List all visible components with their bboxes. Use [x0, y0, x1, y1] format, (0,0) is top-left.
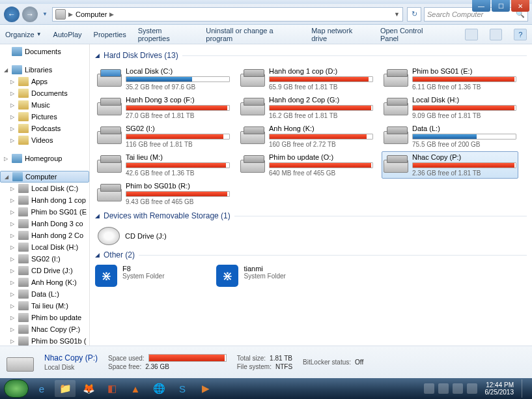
- view-button[interactable]: [465, 29, 478, 40]
- drive-name: Phim bo SG01b (R:): [126, 182, 230, 190]
- drive-item[interactable]: SG02 (I:)116 GB free of 1.81 TB: [95, 123, 232, 150]
- tree-drive-item[interactable]: ▷CD Drive (J:): [0, 265, 89, 276]
- details-title: Nhac Copy (P:): [44, 353, 98, 362]
- tree-lib-item[interactable]: ▷Videos: [0, 134, 89, 146]
- tree-drive-item[interactable]: ▷Hanh Dong 3 co: [0, 218, 89, 229]
- drive-item[interactable]: Local Disk (C:)35.2 GB free of 97.6 GB: [95, 65, 232, 93]
- other-sub: System Folder: [244, 273, 285, 280]
- drive-name: Anh Hong (K:): [269, 125, 373, 132]
- collapse-icon[interactable]: ◢: [95, 252, 100, 258]
- group-hdd[interactable]: ◢ Hard Disk Drives (13): [95, 51, 527, 60]
- tray-network-icon[interactable]: [453, 383, 463, 394]
- tree-computer[interactable]: ◢Computer: [0, 171, 89, 183]
- address-dropdown-icon[interactable]: ▼: [394, 11, 400, 18]
- tree-drive-item[interactable]: ▷Phim bo SG01 (E: [0, 206, 89, 218]
- tree-drive-item[interactable]: ▷Local Disk (C:): [0, 183, 89, 194]
- drive-item[interactable]: Hanh Dong 3 cop (F:)27.0 GB free of 1.81…: [95, 94, 232, 121]
- drive-name: Nhac Copy (P:): [412, 153, 516, 161]
- minimize-button[interactable]: —: [472, 0, 490, 12]
- tree-drive-item[interactable]: ▷Hanh dong 2 Co: [0, 229, 89, 241]
- drive-item[interactable]: Tai lieu (M:)42.6 GB free of 1.36 TB: [95, 151, 232, 179]
- drive-item[interactable]: Local Disk (H:)9.09 GB free of 1.81 TB: [382, 94, 518, 121]
- tray-flag-icon[interactable]: [438, 383, 449, 394]
- tree-drive-item[interactable]: ▷Tai lieu (M:): [0, 300, 89, 312]
- drive-space-bar: [269, 105, 373, 111]
- drive-item[interactable]: Nhac Copy (P:)2.36 GB free of 1.81 TB: [382, 151, 518, 179]
- drive-name: Local Disk (H:): [412, 96, 516, 104]
- other-item[interactable]: ⋇F8System Folder: [95, 265, 164, 287]
- organize-button[interactable]: Organize▼: [5, 31, 42, 38]
- address-bar[interactable]: ▶ Computer ▶ ▼: [52, 7, 403, 22]
- taskbar-ie-icon[interactable]: e: [31, 380, 52, 397]
- collapse-icon[interactable]: ◢: [95, 213, 100, 219]
- tree-drive-item[interactable]: ▷Phim bo update: [0, 312, 89, 323]
- autoplay-button[interactable]: AutoPlay: [53, 31, 82, 38]
- show-desktop-button[interactable]: [522, 379, 528, 398]
- tree-documents[interactable]: Documents: [0, 46, 89, 57]
- drive-free-text: 16.2 GB free of 1.81 TB: [269, 112, 373, 119]
- start-button[interactable]: [4, 379, 29, 398]
- system-properties-button[interactable]: System properties: [138, 27, 195, 42]
- tree-drive-item[interactable]: ▷Nhac Copy (P:): [0, 323, 89, 335]
- drive-item[interactable]: Anh Hong (K:)160 GB free of 2.72 TB: [238, 123, 375, 150]
- breadcrumb-location[interactable]: Computer: [76, 10, 107, 18]
- drive-item[interactable]: Phim bo SG01b (R:)9.43 GB free of 465 GB: [95, 180, 232, 207]
- clock[interactable]: 12:44 PM 6/25/2013: [481, 381, 518, 396]
- breadcrumb-sep[interactable]: ▶: [109, 11, 114, 18]
- tree-lib-item[interactable]: ▷Apps: [0, 76, 89, 87]
- drive-icon: [97, 97, 122, 117]
- collapse-icon[interactable]: ◢: [95, 52, 100, 59]
- drive-item[interactable]: Phim bo SG01 (E:)6.11 GB free of 1.36 TB: [382, 65, 518, 93]
- tree-lib-item[interactable]: ▷Music: [0, 99, 89, 111]
- drive-name: Hanh Dong 3 cop (F:): [126, 96, 230, 104]
- forward-button[interactable]: →: [22, 7, 38, 22]
- tree-lib-item[interactable]: ▷Documents: [0, 87, 89, 99]
- map-drive-button[interactable]: Map network drive: [311, 27, 369, 42]
- drive-item[interactable]: Hanh dong 2 Cop (G:)16.2 GB free of 1.81…: [238, 94, 375, 121]
- drive-space-bar: [126, 191, 230, 197]
- taskbar-chrome-icon[interactable]: 🌐: [148, 380, 169, 397]
- drive-free-text: 2.36 GB free of 1.81 TB: [412, 170, 516, 177]
- preview-pane-button[interactable]: [490, 29, 503, 40]
- tray-up-icon[interactable]: [424, 383, 434, 394]
- drive-icon: [384, 126, 408, 145]
- taskbar-explorer-icon[interactable]: 📁: [55, 380, 76, 397]
- tree-lib-item[interactable]: ▷Podcasts: [0, 123, 89, 134]
- back-button[interactable]: ←: [4, 7, 20, 22]
- content-area: ◢ Hard Disk Drives (13) Local Disk (C:)3…: [90, 44, 532, 346]
- tree-drive-item[interactable]: ▷Phim bo SG01b (: [0, 335, 89, 346]
- close-button[interactable]: ✕: [511, 0, 529, 12]
- control-panel-button[interactable]: Open Control Panel: [380, 27, 441, 42]
- tree-homegroup[interactable]: ▷Homegroup: [0, 153, 89, 164]
- tray-volume-icon[interactable]: [467, 383, 477, 394]
- tree-drive-item[interactable]: ▷Data (L:): [0, 288, 89, 300]
- uninstall-button[interactable]: Uninstall or change a program: [206, 27, 300, 42]
- other-item[interactable]: ⋇tianmiSystem Folder: [216, 265, 285, 287]
- group-other[interactable]: ◢ Other (2): [95, 250, 527, 259]
- history-dropdown[interactable]: ▼: [40, 8, 49, 21]
- tree-drive-item[interactable]: ▷SG02 (I:): [0, 253, 89, 265]
- taskbar-firefox-icon[interactable]: 🦊: [78, 380, 99, 397]
- group-removable[interactable]: ◢ Devices with Removable Storage (1): [95, 211, 527, 220]
- taskbar-app-icon[interactable]: ◧: [102, 380, 122, 397]
- tree-libraries[interactable]: ◢Libraries: [0, 64, 89, 76]
- drive-space-bar: [269, 134, 373, 140]
- taskbar-vlc-icon[interactable]: ▲: [125, 380, 146, 397]
- tree-drive-item[interactable]: ▷Hanh dong 1 cop: [0, 194, 89, 206]
- system-tray[interactable]: 12:44 PM 6/25/2013: [424, 379, 529, 398]
- tree-drive-item[interactable]: ▷Anh Hong (K:): [0, 276, 89, 288]
- drive-free-text: 160 GB free of 2.72 TB: [269, 141, 373, 148]
- command-bar: Organize▼ AutoPlay Properties System pro…: [0, 25, 532, 44]
- drive-item[interactable]: Data (L:)75.5 GB free of 200 GB: [382, 123, 518, 150]
- properties-button[interactable]: Properties: [94, 31, 126, 38]
- refresh-button[interactable]: ↻: [407, 7, 421, 22]
- drive-item[interactable]: Hanh dong 1 cop (D:)65.9 GB free of 1.81…: [238, 65, 375, 93]
- taskbar-wmp-icon[interactable]: ▶: [195, 380, 216, 397]
- cd-drive-item[interactable]: CD Drive (J:): [95, 226, 527, 246]
- drive-item[interactable]: Phim bo update (O:)640 MB free of 465 GB: [238, 151, 375, 179]
- tree-lib-item[interactable]: ▷Pictures: [0, 111, 89, 123]
- help-button[interactable]: ?: [514, 29, 527, 40]
- maximize-button[interactable]: ☐: [492, 0, 510, 12]
- tree-drive-item[interactable]: ▷Local Disk (H:): [0, 241, 89, 253]
- taskbar-skype-icon[interactable]: S: [172, 380, 193, 397]
